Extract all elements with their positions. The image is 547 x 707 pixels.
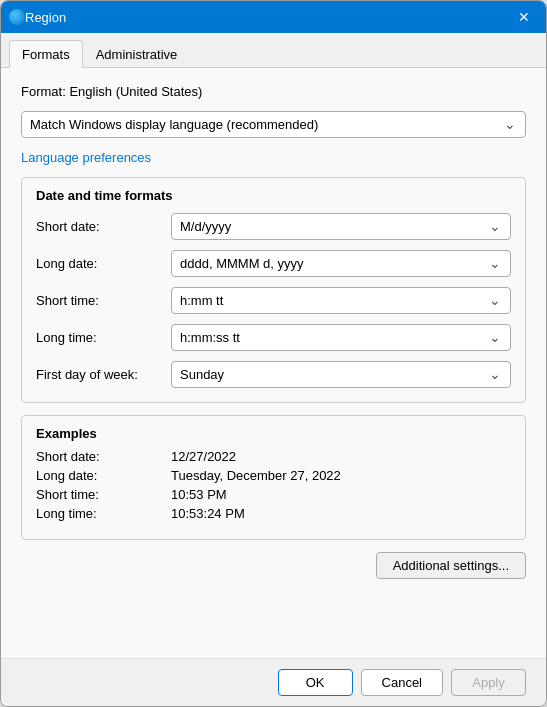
tab-administrative[interactable]: Administrative <box>83 40 191 68</box>
window-title: Region <box>25 10 510 25</box>
short-time-label: Short time: <box>36 293 171 308</box>
examples-title: Examples <box>36 426 511 441</box>
example-short-date-value: 12/27/2022 <box>171 449 236 464</box>
example-long-time-label: Long time: <box>36 506 171 521</box>
globe-icon <box>9 9 25 25</box>
short-time-control[interactable]: h:mm tt <box>171 287 511 314</box>
language-preferences-link[interactable]: Language preferences <box>21 150 526 165</box>
long-time-row: Long time: h:mm:ss tt <box>36 324 511 351</box>
example-long-time: Long time: 10:53:24 PM <box>36 506 511 521</box>
ok-button[interactable]: OK <box>278 669 353 696</box>
date-time-group: Date and time formats Short date: M/d/yy… <box>21 177 526 403</box>
close-button[interactable]: ✕ <box>510 3 538 31</box>
format-dropdown-wrapper[interactable]: Match Windows display language (recommen… <box>21 111 526 138</box>
long-date-row: Long date: dddd, MMMM d, yyyy <box>36 250 511 277</box>
short-time-row: Short time: h:mm tt <box>36 287 511 314</box>
short-date-control[interactable]: M/d/yyyy <box>171 213 511 240</box>
short-time-dropdown[interactable]: h:mm tt <box>171 287 511 314</box>
long-date-control[interactable]: dddd, MMMM d, yyyy <box>171 250 511 277</box>
long-time-label: Long time: <box>36 330 171 345</box>
short-date-row: Short date: M/d/yyyy <box>36 213 511 240</box>
short-date-dropdown[interactable]: M/d/yyyy <box>171 213 511 240</box>
example-long-date-label: Long date: <box>36 468 171 483</box>
example-long-date-value: Tuesday, December 27, 2022 <box>171 468 341 483</box>
example-short-date-label: Short date: <box>36 449 171 464</box>
format-dropdown[interactable]: Match Windows display language (recommen… <box>21 111 526 138</box>
example-short-time-value: 10:53 PM <box>171 487 227 502</box>
date-time-group-title: Date and time formats <box>36 188 511 203</box>
cancel-button[interactable]: Cancel <box>361 669 443 696</box>
long-time-control[interactable]: h:mm:ss tt <box>171 324 511 351</box>
example-short-date: Short date: 12/27/2022 <box>36 449 511 464</box>
format-label: Format: English (United States) <box>21 84 526 99</box>
example-long-time-value: 10:53:24 PM <box>171 506 245 521</box>
content-area: Format: English (United States) Match Wi… <box>1 68 546 658</box>
title-bar: Region ✕ <box>1 1 546 33</box>
long-date-dropdown[interactable]: dddd, MMMM d, yyyy <box>171 250 511 277</box>
tab-formats[interactable]: Formats <box>9 40 83 68</box>
first-day-row: First day of week: Sunday <box>36 361 511 388</box>
short-date-label: Short date: <box>36 219 171 234</box>
first-day-control[interactable]: Sunday <box>171 361 511 388</box>
example-short-time: Short time: 10:53 PM <box>36 487 511 502</box>
first-day-label: First day of week: <box>36 367 171 382</box>
first-day-dropdown[interactable]: Sunday <box>171 361 511 388</box>
long-time-dropdown[interactable]: h:mm:ss tt <box>171 324 511 351</box>
examples-group: Examples Short date: 12/27/2022 Long dat… <box>21 415 526 540</box>
region-window: Region ✕ Formats Administrative Format: … <box>0 0 547 707</box>
tabs-bar: Formats Administrative <box>1 33 546 68</box>
apply-button[interactable]: Apply <box>451 669 526 696</box>
long-date-label: Long date: <box>36 256 171 271</box>
footer: OK Cancel Apply <box>1 658 546 706</box>
example-long-date: Long date: Tuesday, December 27, 2022 <box>36 468 511 483</box>
example-short-time-label: Short time: <box>36 487 171 502</box>
additional-settings-button[interactable]: Additional settings... <box>376 552 526 579</box>
